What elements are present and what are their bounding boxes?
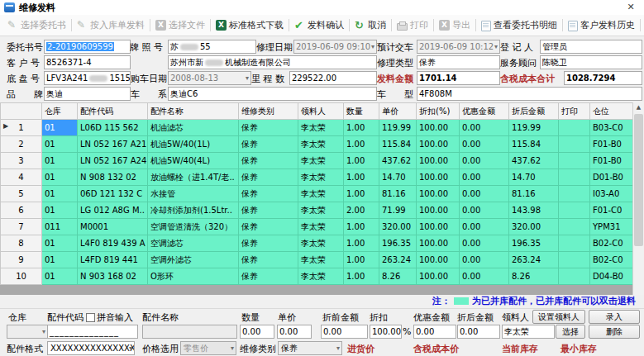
- part-cell[interactable]: [559, 136, 590, 153]
- part-cell[interactable]: L4F0 819 439 A: [78, 235, 148, 252]
- part-cell[interactable]: O形环: [148, 268, 239, 285]
- part-cell[interactable]: 0.00: [460, 120, 509, 136]
- column-header-bin[interactable]: 仓位: [590, 103, 634, 120]
- plate-no-field[interactable]: 苏55: [168, 40, 256, 54]
- set-requester-button[interactable]: 设置领料人: [532, 310, 585, 324]
- part-cell[interactable]: 01: [42, 169, 78, 186]
- part-cell[interactable]: 81.16: [509, 186, 559, 202]
- scroll-up-arrow[interactable]: ▲: [633, 102, 644, 113]
- part-name-input[interactable]: [142, 325, 237, 339]
- row-header-cell[interactable]: 4: [1, 169, 42, 186]
- chevron-down-icon[interactable]: ▾: [336, 342, 340, 354]
- part-cell[interactable]: 李太荣: [298, 202, 344, 219]
- brand-field[interactable]: 奥迪: [44, 87, 131, 101]
- column-header-warehouse[interactable]: 仓库: [42, 103, 78, 120]
- part-cell[interactable]: I03-A0: [590, 186, 634, 202]
- part-cell[interactable]: 437.62: [379, 153, 417, 169]
- price-option-select[interactable]: 零售价▾: [180, 341, 236, 355]
- part-cell[interactable]: 196.35: [379, 235, 417, 252]
- pre-discount-input[interactable]: 0.00: [321, 325, 368, 339]
- discount-input[interactable]: 100.00: [370, 325, 402, 339]
- part-cell[interactable]: 李太荣: [298, 219, 344, 235]
- row-header-cell[interactable]: 2: [1, 136, 42, 153]
- requester-input[interactable]: 李太荣: [502, 325, 555, 339]
- grid-vertical-scrollbar[interactable]: ▲ ▼: [632, 102, 644, 295]
- part-cell[interactable]: 李太荣: [298, 252, 344, 268]
- part-cell[interactable]: 保养: [239, 169, 298, 186]
- part-cell[interactable]: [559, 235, 590, 252]
- customer-name-field[interactable]: 苏州市新机械制造有限公司: [168, 55, 377, 69]
- registrar-field[interactable]: 管理员: [540, 40, 642, 54]
- chassis-no-field[interactable]: LFV3A2411515: [44, 71, 131, 85]
- part-cell[interactable]: 保养: [239, 202, 298, 219]
- tax-cost-total-field[interactable]: 1028.7294: [564, 71, 642, 85]
- part-cell[interactable]: 196.35: [509, 235, 559, 252]
- part-cell[interactable]: 1.00: [344, 186, 379, 202]
- select-file-button[interactable]: 选择文件: [151, 17, 209, 34]
- part-cell[interactable]: 空调外滤芯: [148, 252, 239, 268]
- part-cell[interactable]: 14.70: [509, 169, 559, 186]
- part-cell[interactable]: 保养: [239, 153, 298, 169]
- part-cell[interactable]: 8.26: [379, 268, 417, 285]
- confirm-issue-button[interactable]: 发料确认: [290, 17, 348, 34]
- part-cell[interactable]: 李太荣: [298, 186, 344, 202]
- part-cell[interactable]: B02-C0: [590, 252, 634, 268]
- part-cell[interactable]: 0.00: [460, 235, 509, 252]
- part-cell[interactable]: 机油滤芯: [148, 120, 239, 136]
- part-cell[interactable]: 1.00: [344, 120, 379, 136]
- part-cell[interactable]: 100.00: [417, 186, 460, 202]
- part-cell[interactable]: 100.00: [417, 120, 460, 136]
- select-requester-button[interactable]: 选择: [556, 325, 585, 339]
- part-cell[interactable]: 保养: [239, 219, 298, 235]
- part-cell[interactable]: 0.00: [460, 169, 509, 186]
- part-cell[interactable]: 320.00: [379, 219, 417, 235]
- select-consignment-button[interactable]: 选择委托书: [3, 17, 70, 34]
- repair-category-select[interactable]: 保养▾: [278, 341, 342, 355]
- part-cell[interactable]: 李太荣: [298, 153, 344, 169]
- part-cell[interactable]: 100.00: [417, 136, 460, 153]
- column-header-unit-price[interactable]: 单价: [379, 103, 417, 120]
- part-cell[interactable]: 119.99: [379, 120, 417, 136]
- part-cell[interactable]: YPM31: [590, 219, 634, 235]
- part-cell[interactable]: 263.24: [379, 252, 417, 268]
- part-cell[interactable]: B02-C0: [590, 235, 634, 252]
- purchase-date-field[interactable]: ▾2008-08-13: [168, 71, 251, 85]
- column-header-coupon-amount[interactable]: 优惠金额: [460, 103, 509, 120]
- part-cell[interactable]: 01: [42, 153, 78, 169]
- chevron-down-icon[interactable]: ▾: [129, 342, 132, 354]
- part-cell[interactable]: 0.00: [460, 186, 509, 202]
- part-cell[interactable]: 01: [42, 120, 78, 136]
- part-cell[interactable]: 0.00: [460, 202, 509, 219]
- quantity-input[interactable]: 0.00: [240, 325, 274, 339]
- pinyin-input-checkbox[interactable]: [86, 313, 95, 322]
- part-cell[interactable]: L06D 115 562: [78, 120, 148, 136]
- column-header-quantity[interactable]: 数量: [344, 103, 379, 120]
- part-cell[interactable]: 李太荣: [298, 169, 344, 186]
- after-discount-input[interactable]: 0.00: [457, 325, 500, 339]
- part-cell[interactable]: F01-B0: [590, 153, 634, 169]
- part-cell[interactable]: 保养: [239, 186, 298, 202]
- part-cell[interactable]: 1.00: [344, 136, 379, 153]
- export-button[interactable]: 导出: [435, 17, 475, 34]
- part-cell[interactable]: D01-B0: [590, 169, 634, 186]
- part-cell[interactable]: 李太荣: [298, 268, 344, 285]
- part-cell[interactable]: F01-B0: [590, 136, 634, 153]
- part-cell[interactable]: 100.00: [417, 235, 460, 252]
- part-cell[interactable]: 2.00: [344, 202, 379, 219]
- part-cell[interactable]: 115.84: [509, 136, 559, 153]
- issue-by-receipt-button[interactable]: 按入库单发料: [73, 17, 149, 34]
- part-cell[interactable]: 100.00: [417, 219, 460, 235]
- part-cell[interactable]: 冷却剂添加剂(1.5Ltr..: [148, 202, 239, 219]
- expected-delivery-field[interactable]: ▾2019-06-09 10:12: [417, 40, 500, 54]
- part-cell[interactable]: 李太荣: [298, 235, 344, 252]
- part-cell[interactable]: [559, 169, 590, 186]
- part-cell[interactable]: 100.00: [417, 153, 460, 169]
- part-cell[interactable]: 01: [42, 235, 78, 252]
- part-cell[interactable]: 320.00: [509, 219, 559, 235]
- part-cell[interactable]: [559, 120, 590, 136]
- row-header-cell[interactable]: 5: [1, 186, 42, 202]
- part-code-input[interactable]: ______________: [47, 325, 138, 339]
- part-cell[interactable]: D04-B0: [590, 268, 634, 285]
- part-cell[interactable]: 机油5W/40(1L): [148, 136, 239, 153]
- issue-amount-field[interactable]: 1701.14: [417, 71, 500, 85]
